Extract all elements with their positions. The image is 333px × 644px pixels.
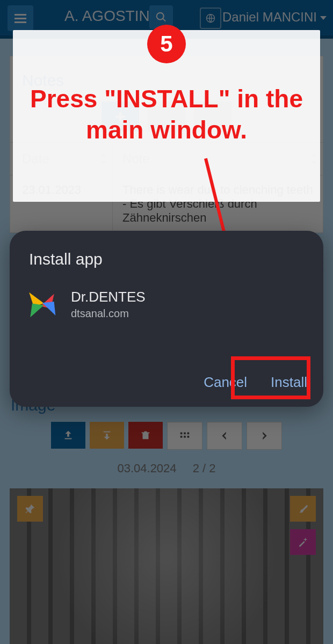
dialog-actions: Cancel Install <box>204 374 307 391</box>
app-name: Dr.DENTES <box>71 289 146 305</box>
app-site: dtsanal.com <box>71 308 146 320</box>
install-app-dialog: Install app Dr.DENTES dtsanal.com Cancel… <box>10 231 323 407</box>
step-badge: 5 <box>147 25 186 63</box>
cancel-button[interactable]: Cancel <box>204 374 247 391</box>
app-icon <box>29 289 59 319</box>
instruction-text: Press "INSTALL" in the main window. <box>0 84 333 145</box>
install-button[interactable]: Install <box>271 374 307 391</box>
dialog-title: Install app <box>10 231 323 273</box>
app-row: Dr.DENTES dtsanal.com <box>10 273 323 325</box>
